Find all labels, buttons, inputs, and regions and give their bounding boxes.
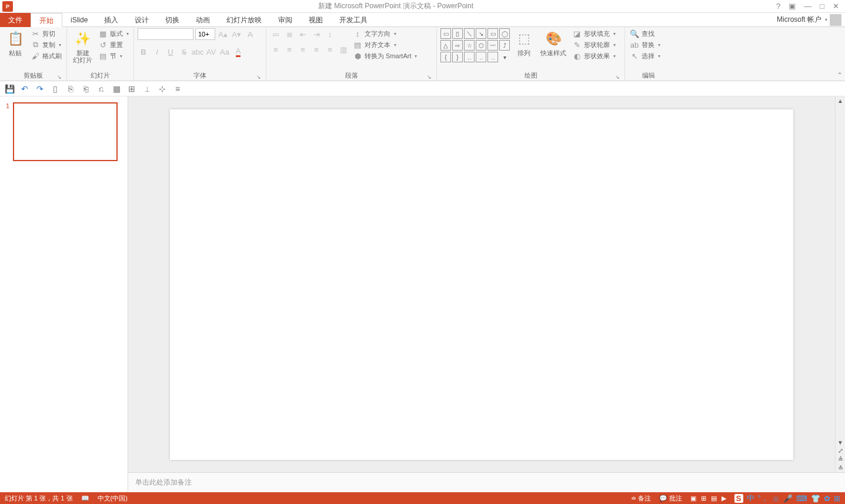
tab-home[interactable]: 开始: [31, 13, 62, 27]
ime-mic-icon[interactable]: 🎤: [783, 494, 793, 503]
slide-thumbnail-1[interactable]: [13, 102, 118, 161]
decrease-indent-button[interactable]: ⇤: [297, 28, 309, 40]
font-dialog-launcher[interactable]: ↘: [256, 74, 261, 80]
qat-icon-8[interactable]: ▦: [112, 84, 121, 94]
notes-toggle[interactable]: ≐ 备注: [631, 494, 651, 503]
align-right-button[interactable]: ≡: [297, 44, 309, 55]
layout-button[interactable]: ▦版式▾: [97, 28, 130, 39]
shape-rarrow[interactable]: ⇨: [452, 40, 463, 51]
ime-keyboard-icon[interactable]: ⌨: [796, 494, 807, 503]
scroll-up-icon[interactable]: ▲: [837, 98, 843, 104]
minimize-icon[interactable]: —: [804, 2, 811, 11]
shape-curve[interactable]: 〰: [487, 40, 498, 51]
tab-slideshow[interactable]: 幻灯片放映: [218, 13, 270, 27]
underline-button[interactable]: U: [165, 46, 176, 58]
qat-icon-6[interactable]: ⎗: [81, 84, 91, 94]
shape-arrow[interactable]: ↘: [476, 28, 486, 39]
shape-rbrace[interactable]: }: [452, 52, 463, 62]
shape-oval[interactable]: ◯: [499, 28, 510, 39]
line-spacing-button[interactable]: ↕: [324, 28, 336, 40]
increase-indent-button[interactable]: ⇥: [310, 28, 322, 40]
status-language[interactable]: 中文(中国): [98, 494, 128, 503]
scroll-down-icon[interactable]: ▼: [837, 439, 843, 446]
columns-button[interactable]: ▥: [338, 44, 349, 55]
undo-icon[interactable]: ↶: [20, 84, 29, 94]
shape-connector[interactable]: ⤴: [499, 40, 510, 51]
shape-line[interactable]: ＼: [464, 28, 475, 39]
tab-file[interactable]: 文件: [0, 13, 31, 27]
font-size-input[interactable]: [195, 28, 215, 40]
shadow-button[interactable]: abc: [192, 46, 203, 58]
copy-button[interactable]: ⧉复制▾: [29, 39, 63, 50]
strike-button[interactable]: S̶: [178, 46, 190, 58]
shapes-gallery[interactable]: ▭ ▯ ＼ ↘ ▭ ◯ △ ⇨ ☆ ⬡ 〰 ⤴ { } ‥ ‥ ‥ ▾: [440, 28, 510, 62]
tab-design[interactable]: 设计: [126, 13, 157, 27]
qat-icon-11[interactable]: ⊹: [158, 84, 167, 94]
shape-outline-button[interactable]: ✎形状轮廓▾: [571, 39, 617, 50]
quick-styles-button[interactable]: 🎨 快速样式: [538, 28, 569, 58]
drawing-dialog-launcher[interactable]: ↘: [615, 74, 620, 80]
ribbon-display-icon[interactable]: ▣: [789, 2, 796, 11]
qat-icon-12[interactable]: ≡: [173, 84, 182, 94]
replace-button[interactable]: ab替换▾: [629, 39, 662, 50]
shape-fill-button[interactable]: ◪形状填充▾: [571, 28, 617, 39]
bold-button[interactable]: B: [138, 46, 149, 58]
bullets-button[interactable]: ≔: [270, 28, 282, 40]
shape-more3[interactable]: ‥: [487, 52, 498, 62]
tab-review[interactable]: 审阅: [270, 13, 300, 27]
shape-hex[interactable]: ⬡: [476, 40, 486, 51]
smartart-button[interactable]: ⬢转换为 SmartArt▾: [352, 51, 418, 61]
cut-button[interactable]: ✂剪切: [29, 28, 63, 39]
ime-sogou-icon[interactable]: S: [734, 494, 743, 503]
shape-more2[interactable]: ‥: [476, 52, 486, 62]
clipboard-dialog-launcher[interactable]: ↘: [57, 74, 62, 80]
section-button[interactable]: ▤节▾: [97, 51, 130, 61]
shape-triangle[interactable]: △: [440, 40, 451, 51]
vertical-scrollbar[interactable]: ▲ ▼ ⤢ ≜ ≛: [835, 96, 845, 472]
find-button[interactable]: 🔍查找: [629, 28, 662, 39]
paragraph-dialog-launcher[interactable]: ↘: [427, 74, 432, 80]
ime-menu-icon[interactable]: ⊞: [834, 494, 840, 503]
close-icon[interactable]: ✕: [833, 2, 839, 11]
shape-textbox[interactable]: ▭: [440, 28, 451, 39]
comments-toggle[interactable]: 💬 批注: [659, 494, 682, 503]
arrange-button[interactable]: ⬚ 排列: [512, 28, 536, 58]
shapes-expand[interactable]: ▾: [499, 52, 510, 62]
help-icon[interactable]: ?: [776, 2, 780, 11]
save-icon[interactable]: 💾: [5, 84, 14, 94]
normal-view-icon[interactable]: ▣: [690, 495, 696, 502]
qat-icon-7[interactable]: ⎌: [96, 84, 106, 94]
ime-settings-icon[interactable]: ✿: [824, 494, 830, 503]
shape-vtextbox[interactable]: ▯: [452, 28, 463, 39]
qat-icon-4[interactable]: ▯: [51, 84, 60, 94]
shape-more1[interactable]: ‥: [464, 52, 475, 62]
next-slide-icon[interactable]: ≛: [838, 465, 843, 472]
align-text-button[interactable]: ▤对齐文本▾: [352, 39, 418, 50]
collapse-ribbon-button[interactable]: ⌃: [837, 71, 843, 79]
redo-icon[interactable]: ↷: [35, 84, 45, 94]
qat-icon-10[interactable]: ⟂: [142, 84, 152, 94]
spellcheck-icon[interactable]: 📖: [81, 495, 89, 502]
tab-animations[interactable]: 动画: [188, 13, 218, 27]
grow-font-button[interactable]: A▴: [217, 28, 229, 40]
slide-canvas[interactable]: [170, 109, 793, 460]
qat-icon-5[interactable]: ⎘: [66, 84, 75, 94]
numbering-button[interactable]: ≣: [283, 28, 295, 40]
shape-star[interactable]: ☆: [464, 40, 475, 51]
shape-rect[interactable]: ▭: [487, 28, 498, 39]
new-slide-button[interactable]: ✨ 新建 幻灯片: [71, 28, 95, 65]
qat-icon-9[interactable]: ⊞: [127, 84, 136, 94]
ime-emoji-icon[interactable]: ☺: [772, 494, 780, 503]
clear-format-button[interactable]: A̶: [244, 28, 256, 40]
notes-pane[interactable]: 单击此处添加备注: [128, 472, 845, 492]
ime-skin-icon[interactable]: 👕: [811, 494, 820, 503]
shape-effects-button[interactable]: ◐形状效果▾: [571, 51, 617, 61]
paste-button[interactable]: 📋 粘贴: [4, 28, 27, 58]
tab-islide[interactable]: iSlide: [62, 13, 96, 27]
slideshow-view-icon[interactable]: ▶: [722, 495, 726, 502]
align-center-button[interactable]: ≡: [283, 44, 295, 55]
font-name-input[interactable]: [138, 28, 193, 40]
align-left-button[interactable]: ≡: [270, 44, 282, 55]
select-button[interactable]: ↖选择▾: [629, 51, 662, 61]
tab-view[interactable]: 视图: [300, 13, 331, 27]
